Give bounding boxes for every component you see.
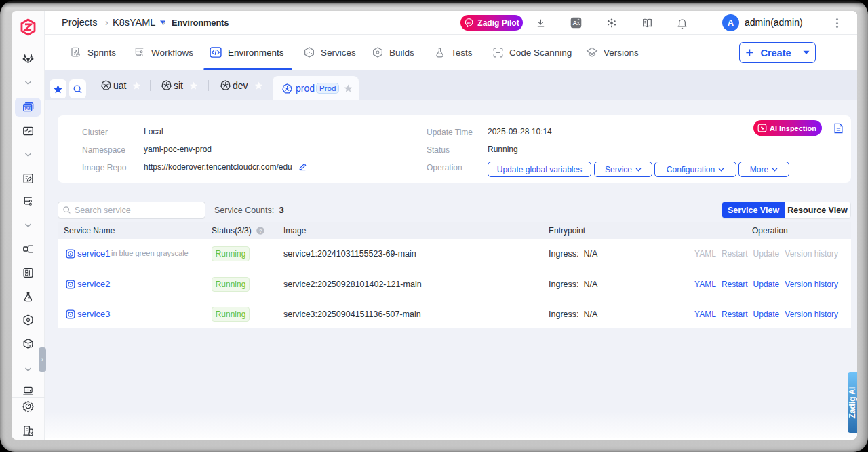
svg-text:A: A [573,20,578,26]
svg-text:PM: PM [25,107,31,111]
svg-text:AI: AI [467,21,471,25]
svg-text:?: ? [259,227,262,233]
